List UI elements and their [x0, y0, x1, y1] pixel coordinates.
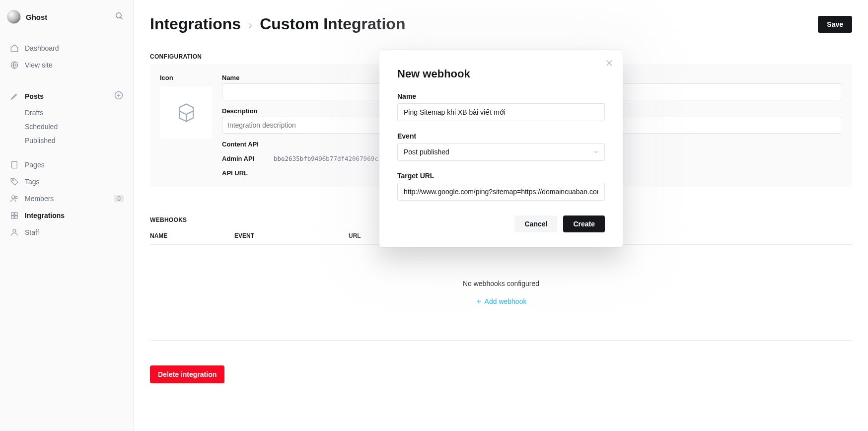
integration-icon-uploader[interactable] — [160, 86, 212, 139]
pencil-icon — [10, 92, 19, 101]
chevron-right-icon — [247, 15, 254, 33]
members-icon — [10, 194, 19, 203]
breadcrumb-root[interactable]: Integrations — [150, 15, 241, 33]
sidebar-item-label: Dashboard — [25, 44, 59, 52]
site-logo — [7, 10, 21, 24]
staff-icon — [10, 228, 19, 237]
sidebar-item-members[interactable]: Members 0 — [0, 190, 134, 207]
svg-point-14 — [13, 229, 16, 232]
new-webhook-modal: New webhook Name Event Post published Ta… — [379, 50, 623, 247]
site-brand[interactable]: Ghost — [7, 10, 47, 24]
api-url-label: API URL — [222, 169, 267, 177]
create-button[interactable]: Create — [563, 216, 605, 232]
sidebar-item-integrations[interactable]: Integrations — [0, 207, 134, 224]
sidebar-item-drafts[interactable]: Drafts — [0, 106, 134, 120]
sidebar-item-posts[interactable]: Posts — [0, 86, 134, 106]
cancel-button[interactable]: Cancel — [514, 216, 557, 232]
breadcrumb-current: Custom Integration — [260, 15, 405, 33]
plus-icon — [476, 298, 482, 304]
delete-integration-button[interactable]: Delete integration — [150, 365, 224, 383]
content-api-key-label: Content API — [222, 141, 267, 148]
webhooks-col-name: NAME — [150, 232, 234, 239]
svg-point-8 — [12, 196, 15, 199]
svg-rect-12 — [11, 216, 14, 218]
admin-api-key-label: Admin API — [222, 155, 267, 162]
svg-rect-13 — [15, 216, 17, 218]
home-icon — [10, 44, 19, 53]
sidebar-item-label: Tags — [25, 178, 40, 186]
sidebar-item-dashboard[interactable]: Dashboard — [0, 40, 134, 57]
svg-point-7 — [12, 180, 13, 181]
sidebar-item-label: Integrations — [25, 212, 65, 219]
add-webhook-button[interactable]: Add webhook — [150, 297, 852, 341]
webhook-target-url-label: Target URL — [397, 172, 605, 180]
sidebar-item-published[interactable]: Published — [0, 134, 134, 147]
page-icon — [10, 160, 19, 169]
svg-point-0 — [116, 13, 122, 18]
globe-icon — [10, 61, 19, 70]
tag-icon — [10, 177, 19, 186]
search-icon[interactable] — [115, 11, 124, 22]
icon-label: Icon — [160, 74, 212, 81]
svg-rect-11 — [15, 213, 17, 215]
webhook-name-input[interactable] — [397, 103, 605, 121]
save-button[interactable]: Save — [818, 16, 852, 33]
close-icon[interactable] — [605, 59, 614, 68]
package-icon — [176, 102, 197, 123]
sidebar-item-label: Pages — [25, 161, 45, 169]
breadcrumb: Integrations Custom Integration — [150, 15, 405, 33]
webhooks-col-event: EVENT — [234, 232, 349, 239]
webhook-target-url-input[interactable] — [397, 183, 605, 201]
modal-title: New webhook — [397, 68, 605, 80]
svg-rect-10 — [11, 213, 14, 215]
new-post-button[interactable] — [114, 90, 124, 102]
sidebar-item-label: Staff — [25, 228, 39, 236]
members-count-badge: 0 — [114, 195, 124, 202]
add-webhook-label: Add webhook — [485, 297, 527, 305]
svg-rect-6 — [12, 161, 17, 168]
svg-point-9 — [15, 197, 18, 199]
integrations-icon — [10, 211, 19, 220]
svg-line-1 — [121, 17, 123, 19]
webhooks-empty-state: No webhooks configured — [150, 245, 852, 297]
sidebar-item-view-site[interactable]: View site — [0, 57, 134, 73]
sidebar-item-label: Posts — [25, 92, 44, 100]
sidebar-item-label: Members — [25, 195, 54, 203]
webhook-name-label: Name — [397, 92, 605, 100]
site-name: Ghost — [26, 13, 47, 21]
sidebar-item-pages[interactable]: Pages — [0, 156, 134, 173]
sidebar-item-label: View site — [25, 61, 53, 69]
sidebar-item-tags[interactable]: Tags — [0, 173, 134, 190]
webhook-event-select[interactable]: Post published — [397, 143, 605, 161]
sidebar-item-scheduled[interactable]: Scheduled — [0, 120, 134, 134]
webhook-event-label: Event — [397, 132, 605, 140]
sidebar-item-staff[interactable]: Staff — [0, 224, 134, 241]
